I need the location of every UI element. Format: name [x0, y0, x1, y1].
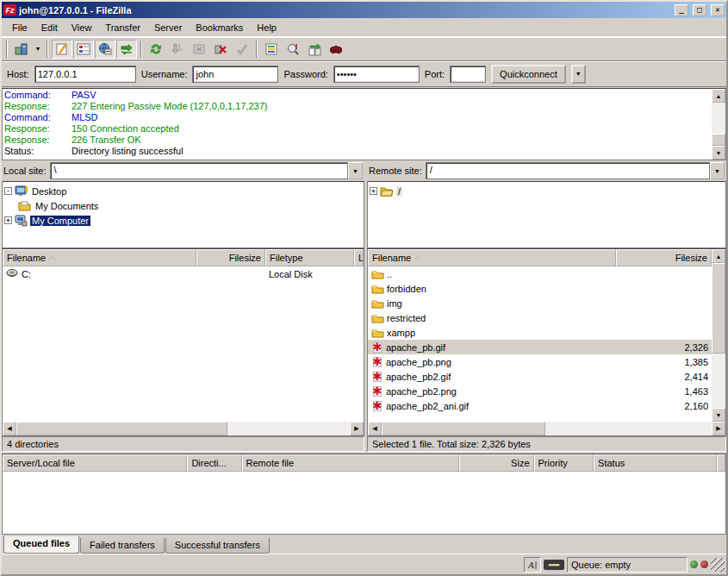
- open-folder-icon: [380, 185, 394, 197]
- scrollbar-thumb[interactable]: [16, 422, 227, 435]
- remote-site-value[interactable]: /: [426, 162, 710, 179]
- menu-server[interactable]: Server: [147, 21, 189, 34]
- titlebar[interactable]: Fz john@127.0.0.1 - FileZilla _ □ ✕: [2, 2, 726, 18]
- scrollbar-thumb[interactable]: [712, 134, 725, 146]
- file-row[interactable]: xampp: [368, 325, 712, 340]
- column-priority[interactable]: Priority: [534, 454, 594, 472]
- file-row[interactable]: ✱apache_pb2_ani.gif2,160: [368, 398, 712, 413]
- reconnect-button[interactable]: [232, 40, 252, 59]
- column-filetype[interactable]: Filetype: [265, 249, 354, 266]
- file-row[interactable]: img: [368, 296, 712, 310]
- chevron-down-icon[interactable]: ▼: [710, 162, 725, 179]
- filter-button[interactable]: [261, 40, 282, 59]
- image-file-icon: ✱: [371, 400, 383, 412]
- column-filesize[interactable]: Filesize: [616, 249, 712, 266]
- tree-item-my-documents[interactable]: My Documents: [4, 198, 362, 213]
- file-row[interactable]: ..: [368, 266, 712, 281]
- remote-vertical-scrollbar[interactable]: ▲ ▼: [712, 249, 725, 422]
- file-row[interactable]: ✱apache_pb2.gif2,414: [368, 369, 712, 384]
- local-horizontal-scrollbar[interactable]: ◀ ▶: [3, 422, 364, 435]
- queue-list[interactable]: [3, 472, 725, 534]
- toggle-local-tree-button[interactable]: [73, 40, 94, 59]
- tree-item-my-computer[interactable]: + My Computer: [4, 213, 362, 228]
- site-manager-dropdown-icon[interactable]: ▼: [33, 40, 43, 59]
- scroll-right-icon[interactable]: ▶: [350, 422, 364, 435]
- tab-queued-files[interactable]: Queued files: [3, 536, 79, 554]
- scroll-down-icon[interactable]: ▼: [712, 146, 725, 160]
- refresh-button[interactable]: [146, 40, 166, 59]
- collapse-icon[interactable]: -: [4, 187, 12, 195]
- cancel-button[interactable]: [189, 40, 209, 59]
- column-filename[interactable]: Filename: [368, 249, 616, 266]
- remote-file-list[interactable]: .. forbidden img restricted xampp ✱apach…: [368, 266, 712, 422]
- site-manager-button[interactable]: [11, 40, 32, 59]
- menu-help[interactable]: Help: [250, 21, 283, 34]
- scroll-right-icon[interactable]: ▶: [712, 422, 725, 435]
- scrollbar-thumb[interactable]: [382, 422, 545, 435]
- tab-failed-transfers[interactable]: Failed transfers: [80, 538, 165, 554]
- column-status[interactable]: Status: [594, 454, 717, 472]
- host-input[interactable]: [34, 66, 136, 83]
- compare-button[interactable]: [283, 40, 303, 59]
- column-direction[interactable]: Directi...: [187, 454, 241, 472]
- scrollbar-thumb[interactable]: [712, 263, 725, 354]
- minimize-button[interactable]: _: [675, 4, 688, 16]
- close-button[interactable]: ✕: [711, 4, 725, 16]
- local-site-value[interactable]: \: [50, 162, 348, 179]
- tab-successful-transfers[interactable]: Successful transfers: [165, 538, 270, 554]
- file-row[interactable]: ✱apache_pb.png1,385: [368, 354, 712, 369]
- toggle-log-button[interactable]: [52, 40, 72, 59]
- disconnect-icon: [214, 42, 227, 56]
- menu-view[interactable]: View: [65, 21, 99, 34]
- scroll-up-icon[interactable]: ▲: [712, 89, 725, 103]
- username-input[interactable]: [192, 66, 278, 83]
- column-filename[interactable]: Filename: [3, 249, 196, 266]
- remote-horizontal-scrollbar[interactable]: ◀ ▶: [368, 422, 725, 435]
- column-size[interactable]: Size: [459, 454, 533, 472]
- port-input[interactable]: [450, 66, 486, 83]
- menu-edit[interactable]: Edit: [34, 21, 65, 34]
- toggle-queue-button[interactable]: [116, 40, 137, 59]
- menu-bookmarks[interactable]: Bookmarks: [189, 21, 250, 34]
- file-row-selected[interactable]: ✱apache_pb.gif2,326: [368, 340, 712, 354]
- file-row-c-drive[interactable]: C: Local Disk: [3, 266, 364, 281]
- file-row[interactable]: restricted: [368, 310, 712, 325]
- chevron-down-icon[interactable]: ▼: [348, 162, 363, 179]
- find-button[interactable]: [326, 40, 346, 59]
- local-file-list[interactable]: C: Local Disk: [3, 266, 364, 422]
- scroll-left-icon[interactable]: ◀: [3, 422, 16, 435]
- menu-file[interactable]: File: [5, 21, 34, 34]
- column-last-modified[interactable]: L: [354, 249, 364, 266]
- scroll-down-icon[interactable]: ▼: [712, 408, 725, 422]
- disconnect-button[interactable]: [210, 40, 231, 59]
- local-tree-pane: Local site: \ ▼ - Desktop My Documents: [2, 160, 364, 248]
- column-remote-file[interactable]: Remote file: [242, 454, 460, 472]
- tree-item-root[interactable]: + /: [370, 184, 724, 198]
- process-queue-button[interactable]: [167, 40, 188, 59]
- maximize-button[interactable]: □: [693, 4, 706, 16]
- expand-icon[interactable]: +: [370, 187, 377, 195]
- toggle-remote-tree-button[interactable]: [95, 40, 115, 59]
- resize-grip[interactable]: [711, 558, 725, 572]
- speed-limit-indicator-icon[interactable]: ▬▬▬: [544, 560, 564, 570]
- quickconnect-bar: Host: Username: Password: Port: Quickcon…: [2, 61, 726, 87]
- file-row[interactable]: ✱apache_pb2.png1,463: [368, 384, 712, 398]
- column-filesize[interactable]: Filesize: [196, 249, 265, 266]
- remote-directory-tree[interactable]: + /: [367, 181, 726, 248]
- local-directory-tree[interactable]: - Desktop My Documents + My Computer: [2, 181, 364, 248]
- sync-browsing-button[interactable]: [304, 40, 325, 59]
- quickconnect-button[interactable]: Quickconnect: [491, 65, 566, 84]
- scroll-up-icon[interactable]: ▲: [712, 249, 725, 263]
- menu-transfer[interactable]: Transfer: [98, 21, 147, 34]
- scroll-left-icon[interactable]: ◀: [368, 422, 382, 435]
- log-vertical-scrollbar[interactable]: ▲ ▼: [712, 89, 725, 160]
- expand-icon[interactable]: +: [4, 216, 12, 224]
- local-site-combo[interactable]: \ ▼: [50, 162, 363, 179]
- password-input[interactable]: [333, 66, 420, 83]
- remote-site-combo[interactable]: / ▼: [426, 162, 725, 179]
- tree-item-desktop[interactable]: - Desktop: [4, 184, 362, 198]
- file-row[interactable]: forbidden: [368, 281, 712, 296]
- column-server-local-file[interactable]: Server/Local file: [3, 454, 187, 472]
- quickconnect-dropdown-icon[interactable]: ▼: [571, 65, 586, 84]
- transfer-type-icon[interactable]: A: [524, 557, 541, 573]
